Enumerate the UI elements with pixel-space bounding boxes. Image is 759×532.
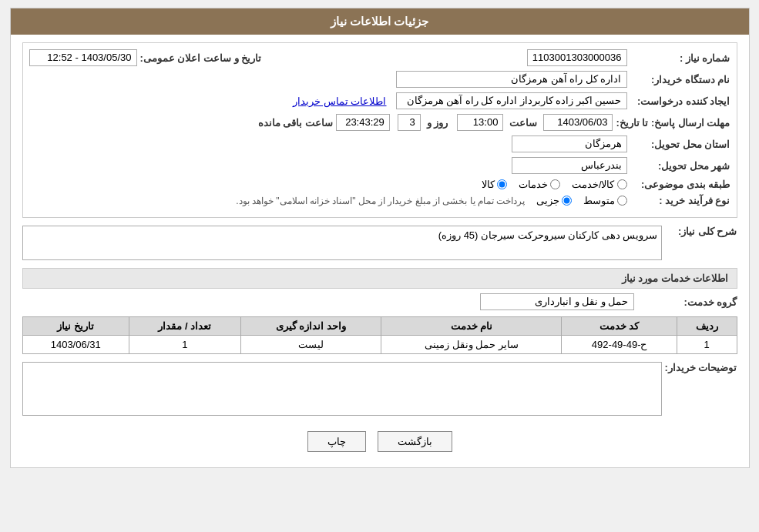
city-value: بندرعباس — [512, 157, 627, 174]
col-header-service-code: کد خدمت — [562, 317, 677, 336]
radio-kala: کالا — [482, 179, 507, 190]
table-row: 1ح-49-49-492سایر حمل ونقل زمینیلیست11403… — [22, 336, 737, 354]
service-group-value: حمل و نقل و انبارداری — [480, 293, 634, 310]
purchase-note: پرداخت تمام یا بخشی از مبلغ خریدار از مح… — [236, 196, 525, 206]
radio-kala-input[interactable] — [497, 179, 507, 189]
response-time-value: 13:00 — [457, 114, 503, 131]
col-header-service-name: نام خدمت — [381, 317, 562, 336]
response-deadline-label: مهلت ارسال پاسخ: تا تاریخ: — [616, 117, 730, 129]
row-response-deadline: مهلت ارسال پاسخ: تا تاریخ: 1403/06/03 سا… — [29, 114, 730, 131]
buyer-org-value: اداره کل راه آهن هرمزگان — [396, 71, 627, 88]
radio-khadamat-label: خدمات — [519, 179, 548, 190]
radio-khadamat: خدمات — [519, 179, 560, 190]
requester-name: حسین اکبر زاده کاربرداز اداره کل راه آهن… — [396, 92, 627, 109]
radio-kala-khadamat: کالا/خدمت — [572, 179, 627, 190]
need-number-label: شماره نیاز : — [630, 52, 730, 64]
announcement-date-value: 1403/05/30 - 12:52 — [29, 49, 137, 66]
need-description-row: شرح کلی نیاز: — [22, 226, 737, 260]
col-header-row-num: ردیف — [677, 317, 737, 336]
buyer-notes-textarea[interactable] — [22, 362, 662, 416]
city-label: شهر محل تحویل: — [630, 160, 730, 172]
main-content: شماره نیاز : 1103001303000036 تاریخ و سا… — [11, 35, 749, 467]
radio-jozee: جزیی — [536, 195, 572, 206]
service-group-label: گروه خدمت: — [637, 296, 737, 308]
category-radio-group: کالا/خدمت خدمات کالا — [482, 179, 627, 190]
services-section-title: اطلاعات خدمات مورد نیاز — [22, 268, 737, 289]
row-buyer-org: نام دستگاه خریدار: اداره کل راه آهن هرمز… — [29, 71, 730, 88]
print-button[interactable]: چاپ — [307, 431, 366, 452]
row-service-group: گروه خدمت: حمل و نقل و انبارداری — [22, 293, 737, 310]
table-cell-0: 1 — [677, 336, 737, 354]
table-cell-4: 1 — [129, 336, 240, 354]
table-cell-2: سایر حمل ونقل زمینی — [381, 336, 562, 354]
page-title: جزئیات اطلاعات نیاز — [331, 15, 428, 28]
row-city: شهر محل تحویل: بندرعباس — [29, 157, 730, 174]
services-table: ردیف کد خدمت نام خدمت واحد اندازه گیری ت… — [22, 316, 737, 354]
province-value: هرمزگان — [512, 136, 627, 152]
buyer-org-label: نام دستگاه خریدار: — [630, 74, 730, 85]
requester-label: ایجاد کننده درخواست: — [630, 95, 730, 107]
buyer-notes-row: توضیحات خریدار: — [22, 362, 737, 416]
page-header: جزئیات اطلاعات نیاز — [11, 8, 749, 35]
row-requester: ایجاد کننده درخواست: حسین اکبر زاده کارب… — [29, 92, 730, 109]
response-time-label: ساعت — [509, 117, 537, 129]
info-section: شماره نیاز : 1103001303000036 تاریخ و سا… — [22, 42, 737, 218]
purchase-type-radio-group: متوسط جزیی — [536, 195, 627, 206]
col-header-quantity: تعداد / مقدار — [129, 317, 240, 336]
col-header-need-date: تاریخ نیاز — [22, 317, 129, 336]
footer-buttons: بازگشت چاپ — [22, 423, 737, 460]
table-cell-5: 1403/06/31 — [22, 336, 129, 354]
table-cell-3: لیست — [240, 336, 381, 354]
response-date-value: 1403/06/03 — [543, 114, 613, 131]
row-province: استان محل تحویل: هرمزگان — [29, 136, 730, 152]
need-number-value: 1103001303000036 — [527, 49, 627, 66]
radio-jozee-input[interactable] — [562, 196, 572, 206]
radio-kala-label: کالا — [482, 179, 495, 190]
need-description-textarea[interactable] — [22, 226, 662, 260]
response-days-value: 3 — [398, 114, 421, 131]
announcement-date-label: تاریخ و ساعت اعلان عمومی: — [140, 52, 262, 64]
response-days-label: روز و — [427, 117, 448, 129]
services-table-section: ردیف کد خدمت نام خدمت واحد اندازه گیری ت… — [22, 316, 737, 354]
category-label: طبقه بندی موضوعی: — [630, 179, 730, 190]
radio-jozee-label: جزیی — [536, 195, 559, 206]
radio-motavasset: متوسط — [583, 195, 627, 206]
row-need-number: شماره نیاز : 1103001303000036 تاریخ و سا… — [29, 49, 730, 66]
table-cell-1: ح-49-49-492 — [562, 336, 677, 354]
radio-motavasset-label: متوسط — [583, 195, 615, 206]
back-button[interactable]: بازگشت — [378, 431, 452, 452]
response-remaining-label: ساعت باقی مانده — [258, 117, 333, 129]
response-remaining-value: 23:43:29 — [336, 114, 390, 131]
row-purchase-type: نوع فرآیند خرید : متوسط جزیی پرداخت تمام… — [29, 195, 730, 206]
radio-khadamat-input[interactable] — [550, 179, 560, 189]
radio-kala-khadamat-input[interactable] — [617, 179, 627, 189]
need-description-label: شرح کلی نیاز: — [668, 226, 737, 237]
province-label: استان محل تحویل: — [630, 139, 730, 150]
radio-motavasset-input[interactable] — [617, 196, 627, 206]
requester-contact-link[interactable]: اطلاعات تماس خریدار — [293, 95, 386, 107]
row-category: طبقه بندی موضوعی: کالا/خدمت خدمات کالا — [29, 179, 730, 190]
buyer-notes-label: توضیحات خریدار: — [668, 362, 737, 373]
page-container: جزئیات اطلاعات نیاز شماره نیاز : 1103001… — [10, 8, 750, 468]
purchase-type-label: نوع فرآیند خرید : — [630, 195, 730, 206]
radio-kala-khadamat-label: کالا/خدمت — [572, 179, 615, 190]
col-header-unit: واحد اندازه گیری — [240, 317, 381, 336]
